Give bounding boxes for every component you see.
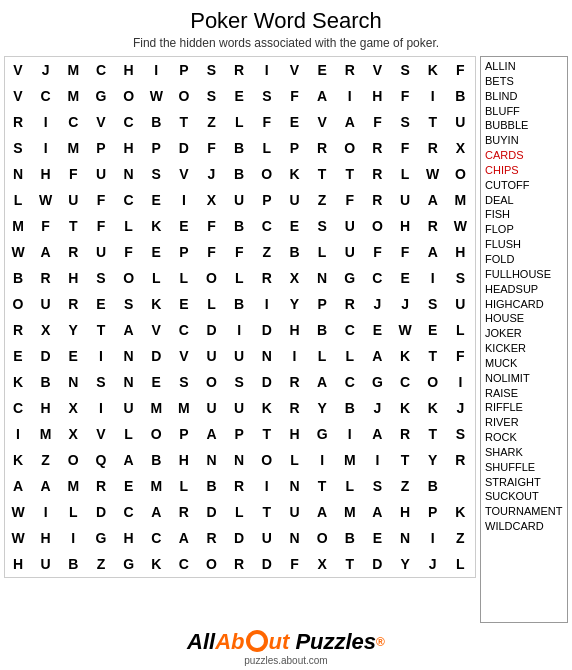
word-item: FLUSH bbox=[485, 237, 563, 252]
grid-cell: I bbox=[309, 447, 335, 473]
word-item: ALLIN bbox=[485, 59, 563, 74]
grid-cell: U bbox=[116, 395, 142, 421]
grid-cell: X bbox=[60, 421, 86, 447]
grid-cell: K bbox=[143, 551, 169, 577]
grid-cell: F bbox=[447, 57, 473, 83]
grid-cell: S bbox=[116, 291, 142, 317]
grid-cell: S bbox=[447, 265, 473, 291]
page-subtitle: Find the hidden words associated with th… bbox=[133, 36, 439, 50]
grid-cell: X bbox=[33, 317, 59, 343]
grid-cell: K bbox=[420, 395, 446, 421]
grid-cell: Q bbox=[88, 447, 114, 473]
grid-cell: W bbox=[33, 187, 59, 213]
grid-cell: V bbox=[5, 83, 31, 109]
grid-cell: O bbox=[199, 369, 225, 395]
word-item: KICKER bbox=[485, 341, 563, 356]
grid-cell: O bbox=[364, 213, 390, 239]
grid-cell: L bbox=[171, 265, 197, 291]
grid-cell: N bbox=[116, 343, 142, 369]
word-item: BLUFF bbox=[485, 104, 563, 119]
grid-cell: D bbox=[364, 551, 390, 577]
grid-cell: L bbox=[254, 135, 280, 161]
grid-cell: G bbox=[116, 551, 142, 577]
grid-cell: Z bbox=[199, 109, 225, 135]
grid-cell: L bbox=[309, 239, 335, 265]
grid-cell: H bbox=[392, 213, 418, 239]
grid-cell: H bbox=[33, 395, 59, 421]
grid-cell: P bbox=[143, 135, 169, 161]
grid-cell: G bbox=[309, 421, 335, 447]
grid-cell: D bbox=[171, 135, 197, 161]
grid-cell: N bbox=[281, 473, 307, 499]
grid-cell: S bbox=[199, 57, 225, 83]
grid-cell: X bbox=[281, 265, 307, 291]
grid-cell: F bbox=[33, 213, 59, 239]
grid-cell: M bbox=[337, 499, 363, 525]
word-item: SHUFFLE bbox=[485, 460, 563, 475]
grid-cell: R bbox=[392, 421, 418, 447]
page-title: Poker Word Search bbox=[190, 8, 382, 34]
grid-cell: E bbox=[88, 291, 114, 317]
grid-cell: O bbox=[116, 83, 142, 109]
word-item: JOKER bbox=[485, 326, 563, 341]
grid-cell: C bbox=[337, 369, 363, 395]
grid-cell: O bbox=[309, 525, 335, 551]
grid-cell: F bbox=[392, 135, 418, 161]
word-item: CUTOFF bbox=[485, 178, 563, 193]
grid-cell: J bbox=[420, 551, 446, 577]
word-item: TOURNAMENT bbox=[485, 504, 563, 519]
word-item: RAISE bbox=[485, 386, 563, 401]
grid-cell: M bbox=[60, 83, 86, 109]
grid-cell: S bbox=[143, 161, 169, 187]
grid-cell: M bbox=[60, 57, 86, 83]
grid-cell: R bbox=[309, 135, 335, 161]
grid-cell: H bbox=[171, 447, 197, 473]
grid-cell: Z bbox=[33, 447, 59, 473]
grid-cell: U bbox=[88, 239, 114, 265]
grid-cell: S bbox=[254, 83, 280, 109]
grid-cell: D bbox=[199, 499, 225, 525]
grid-cell: T bbox=[420, 109, 446, 135]
grid-cell: A bbox=[199, 421, 225, 447]
grid-cell: U bbox=[281, 499, 307, 525]
grid-cell: E bbox=[364, 317, 390, 343]
grid-cell: X bbox=[199, 187, 225, 213]
grid-cell: J bbox=[447, 395, 473, 421]
grid-cell: P bbox=[171, 239, 197, 265]
grid-cell: C bbox=[116, 499, 142, 525]
grid-cell: A bbox=[309, 83, 335, 109]
grid-cell: I bbox=[420, 525, 446, 551]
grid-cell: R bbox=[226, 473, 252, 499]
grid-cell: H bbox=[5, 551, 31, 577]
grid-cell: H bbox=[116, 57, 142, 83]
grid-cell: U bbox=[337, 213, 363, 239]
grid-cell: M bbox=[60, 135, 86, 161]
grid-cell: L bbox=[143, 265, 169, 291]
grid-cell: A bbox=[171, 525, 197, 551]
grid-cell: S bbox=[364, 473, 390, 499]
grid-cell: R bbox=[447, 447, 473, 473]
grid-cell: N bbox=[116, 161, 142, 187]
grid-cell: V bbox=[88, 109, 114, 135]
grid-cell: K bbox=[420, 57, 446, 83]
grid-cell: J bbox=[364, 395, 390, 421]
grid-cell: F bbox=[199, 135, 225, 161]
grid-cell: U bbox=[254, 525, 280, 551]
grid-cell: H bbox=[447, 239, 473, 265]
grid-cell: G bbox=[88, 83, 114, 109]
grid-cell: L bbox=[447, 551, 473, 577]
grid-cell: C bbox=[33, 83, 59, 109]
word-item: CARDS bbox=[485, 148, 563, 163]
grid-cell: D bbox=[254, 369, 280, 395]
grid-cell: E bbox=[226, 83, 252, 109]
grid-cell: L bbox=[5, 187, 31, 213]
grid-cell: H bbox=[364, 83, 390, 109]
grid-cell: F bbox=[60, 161, 86, 187]
grid-cell: S bbox=[5, 135, 31, 161]
grid-cell: C bbox=[254, 213, 280, 239]
grid-cell: H bbox=[392, 499, 418, 525]
grid-cell: W bbox=[447, 213, 473, 239]
grid-cell: E bbox=[171, 213, 197, 239]
grid-cell: I bbox=[254, 57, 280, 83]
grid-cell: L bbox=[309, 343, 335, 369]
